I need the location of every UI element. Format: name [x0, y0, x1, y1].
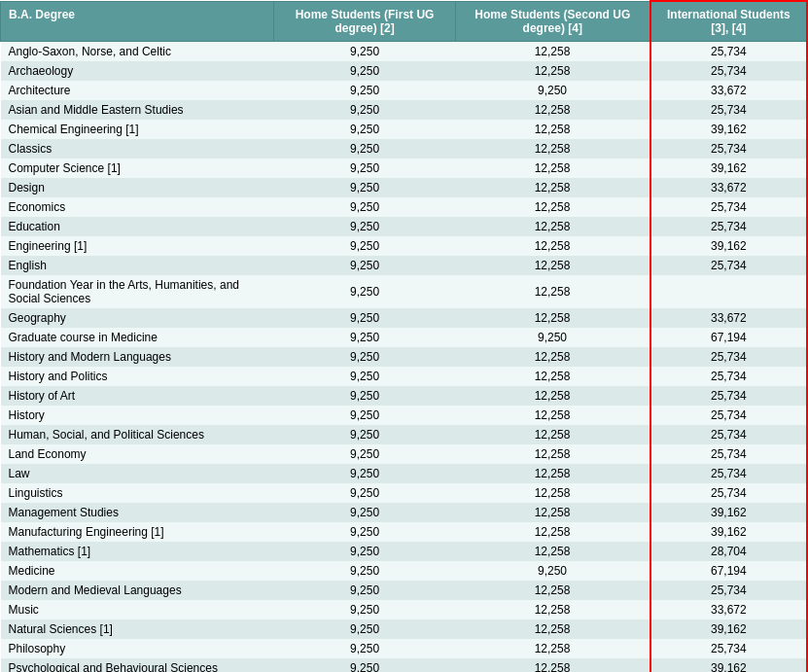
- degree-name: History and Politics: [1, 367, 274, 386]
- degree-name: Engineering [1]: [1, 236, 274, 256]
- home-first-fee: 9,250: [274, 139, 456, 159]
- degree-name: Computer Science [1]: [1, 159, 274, 178]
- degree-name: Modern and Medieval Languages: [1, 581, 274, 600]
- home-first-fee: 9,250: [274, 386, 456, 406]
- table-row: Manufacturing Engineering [1]9,25012,258…: [1, 522, 808, 542]
- table-row: Human, Social, and Political Sciences9,2…: [1, 425, 808, 444]
- fees-table: B.A. Degree Home Students (First UG degr…: [0, 0, 808, 672]
- intl-fee: 39,162: [650, 619, 807, 639]
- intl-fee: 25,734: [650, 581, 807, 600]
- intl-fee: 33,672: [650, 178, 807, 197]
- home-second-fee: 12,258: [455, 619, 650, 639]
- home-first-fee: 9,250: [274, 347, 456, 367]
- degree-name: Psychological and Behavioural Sciences: [1, 658, 274, 672]
- home-second-fee: 12,258: [455, 256, 650, 275]
- intl-fee: 39,162: [650, 236, 807, 256]
- degree-name: History and Modern Languages: [1, 347, 274, 367]
- home-first-fee: 9,250: [274, 483, 456, 503]
- home-second-fee: 12,258: [455, 464, 650, 483]
- intl-fee: 33,672: [650, 81, 807, 100]
- table-row: Engineering [1]9,25012,25839,162: [1, 236, 808, 256]
- home-second-fee: 12,258: [455, 367, 650, 386]
- home-first-fee: 9,250: [274, 600, 456, 619]
- home-second-fee: 12,258: [455, 483, 650, 503]
- degree-name: Archaeology: [1, 61, 274, 81]
- home-second-fee: 12,258: [455, 308, 650, 328]
- home-first-fee: 9,250: [274, 100, 456, 120]
- home-first-fee: 9,250: [274, 217, 456, 236]
- header-degree: B.A. Degree: [1, 1, 274, 42]
- table-row: Asian and Middle Eastern Studies9,25012,…: [1, 100, 808, 120]
- degree-name: Mathematics [1]: [1, 542, 274, 561]
- degree-name: Design: [1, 178, 274, 197]
- table-row: Music9,25012,25833,672: [1, 600, 808, 619]
- table-row: History and Modern Languages9,25012,2582…: [1, 347, 808, 367]
- degree-name: Music: [1, 600, 274, 619]
- home-second-fee: 12,258: [455, 347, 650, 367]
- home-first-fee: 9,250: [274, 406, 456, 425]
- intl-fee: 25,734: [650, 367, 807, 386]
- intl-fee: 25,734: [650, 483, 807, 503]
- home-first-fee: 9,250: [274, 197, 456, 217]
- home-first-fee: 9,250: [274, 425, 456, 444]
- home-second-fee: 12,258: [455, 100, 650, 120]
- degree-name: History: [1, 406, 274, 425]
- intl-fee: 39,162: [650, 522, 807, 542]
- home-second-fee: 12,258: [455, 197, 650, 217]
- degree-name: Architecture: [1, 81, 274, 100]
- degree-name: Geography: [1, 308, 274, 328]
- intl-fee: 25,734: [650, 139, 807, 159]
- degree-name: Natural Sciences [1]: [1, 619, 274, 639]
- home-second-fee: 12,258: [455, 522, 650, 542]
- home-first-fee: 9,250: [274, 256, 456, 275]
- home-second-fee: 12,258: [455, 425, 650, 444]
- table-row: History of Art9,25012,25825,734: [1, 386, 808, 406]
- home-first-fee: 9,250: [274, 444, 456, 464]
- table-row: Graduate course in Medicine9,2509,25067,…: [1, 328, 808, 347]
- home-first-fee: 9,250: [274, 61, 456, 81]
- home-second-fee: 12,258: [455, 178, 650, 197]
- home-second-fee: 12,258: [455, 600, 650, 619]
- table-row: Design9,25012,25833,672: [1, 178, 808, 197]
- home-second-fee: 12,258: [455, 658, 650, 672]
- intl-fee: 25,734: [650, 100, 807, 120]
- header-home1: Home Students (First UG degree) [2]: [274, 1, 456, 42]
- home-second-fee: 12,258: [455, 581, 650, 600]
- home-first-fee: 9,250: [274, 561, 456, 581]
- home-first-fee: 9,250: [274, 522, 456, 542]
- table-row: Economics9,25012,25825,734: [1, 197, 808, 217]
- degree-name: Human, Social, and Political Sciences: [1, 425, 274, 444]
- degree-name: History of Art: [1, 386, 274, 406]
- home-second-fee: 12,258: [455, 139, 650, 159]
- table-row: Land Economy9,25012,25825,734: [1, 444, 808, 464]
- table-row: Anglo-Saxon, Norse, and Celtic9,25012,25…: [1, 42, 808, 62]
- intl-fee: 25,734: [650, 256, 807, 275]
- intl-fee: 25,734: [650, 61, 807, 81]
- home-first-fee: 9,250: [274, 236, 456, 256]
- home-first-fee: 9,250: [274, 367, 456, 386]
- home-first-fee: 9,250: [274, 308, 456, 328]
- home-first-fee: 9,250: [274, 120, 456, 139]
- intl-fee: 25,734: [650, 444, 807, 464]
- degree-name: Economics: [1, 197, 274, 217]
- home-second-fee: 12,258: [455, 406, 650, 425]
- intl-fee: 25,734: [650, 425, 807, 444]
- table-row: Medicine9,2509,25067,194: [1, 561, 808, 581]
- table-row: Education9,25012,25825,734: [1, 217, 808, 236]
- header-home2: Home Students (Second UG degree) [4]: [455, 1, 650, 42]
- table-row: Natural Sciences [1]9,25012,25839,162: [1, 619, 808, 639]
- home-first-fee: 9,250: [274, 328, 456, 347]
- degree-name: Anglo-Saxon, Norse, and Celtic: [1, 42, 274, 62]
- table-row: Computer Science [1]9,25012,25839,162: [1, 159, 808, 178]
- home-first-fee: 9,250: [274, 581, 456, 600]
- home-first-fee: 9,250: [274, 658, 456, 672]
- intl-fee: [650, 275, 807, 308]
- intl-fee: 25,734: [650, 197, 807, 217]
- home-first-fee: 9,250: [274, 542, 456, 561]
- home-first-fee: 9,250: [274, 464, 456, 483]
- degree-name: Philosophy: [1, 639, 274, 658]
- degree-name: Education: [1, 217, 274, 236]
- table-row: Foundation Year in the Arts, Humanities,…: [1, 275, 808, 308]
- table-row: Modern and Medieval Languages9,25012,258…: [1, 581, 808, 600]
- intl-fee: 39,162: [650, 658, 807, 672]
